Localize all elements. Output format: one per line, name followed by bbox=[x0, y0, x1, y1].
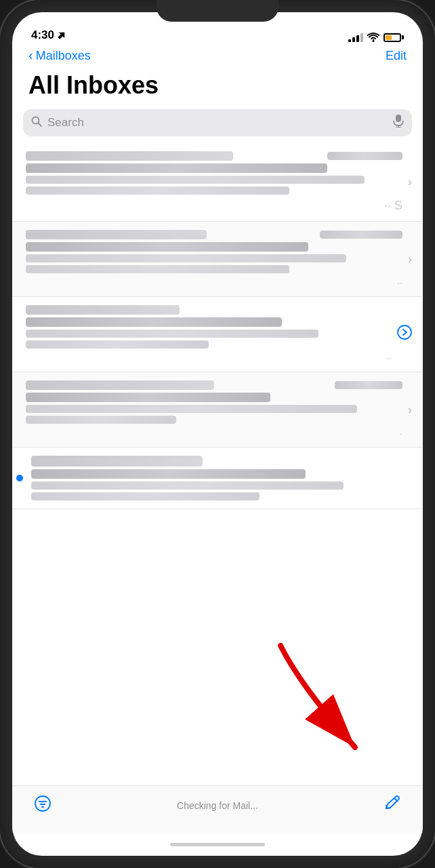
list-item[interactable]: · › bbox=[12, 372, 423, 448]
home-bar bbox=[170, 843, 265, 846]
screen: 4:30 bbox=[12, 12, 423, 856]
wifi-icon bbox=[367, 33, 379, 42]
search-icon bbox=[31, 116, 42, 130]
svg-point-5 bbox=[398, 326, 411, 339]
back-button[interactable]: ‹ Mailboxes bbox=[28, 49, 91, 63]
subject-blur bbox=[26, 163, 327, 173]
subject-blur bbox=[26, 317, 282, 327]
date-blur bbox=[335, 381, 402, 389]
signal-icon bbox=[348, 33, 363, 42]
email-content: ·· bbox=[26, 230, 402, 288]
sender-blur bbox=[26, 305, 180, 315]
body-blur2 bbox=[26, 265, 289, 273]
nav-bar: ‹ Mailboxes Edit bbox=[12, 46, 423, 68]
mic-icon[interactable] bbox=[393, 115, 404, 131]
home-indicator bbox=[12, 833, 423, 856]
bottom-toolbar: Checking for Mail... bbox=[12, 785, 423, 833]
list-item[interactable]: ·· S › bbox=[12, 143, 423, 222]
toolbar-status: Checking for Mail... bbox=[177, 800, 258, 811]
page-title: All Inboxes bbox=[12, 68, 423, 109]
email-content: ·· bbox=[26, 305, 392, 363]
back-chevron-icon: ‹ bbox=[28, 47, 33, 63]
body-blur bbox=[31, 481, 344, 490]
phone-frame: 4:30 bbox=[0, 0, 435, 868]
list-item[interactable] bbox=[12, 448, 423, 509]
search-placeholder: Search bbox=[47, 116, 388, 130]
location-icon bbox=[57, 31, 66, 40]
email-content bbox=[31, 456, 412, 500]
dots-indicator: · bbox=[26, 428, 402, 439]
list-item[interactable]: ·· bbox=[12, 297, 423, 372]
edit-label: Edit bbox=[386, 49, 407, 62]
compose-button[interactable] bbox=[384, 795, 401, 816]
filter-button[interactable] bbox=[34, 795, 51, 816]
back-label: Mailboxes bbox=[36, 49, 91, 63]
email-content: ·· S bbox=[26, 151, 402, 213]
sender-blur bbox=[26, 151, 233, 161]
body-blur bbox=[26, 254, 346, 262]
unread-dot bbox=[16, 475, 23, 481]
svg-line-1 bbox=[39, 123, 42, 127]
subject-blur bbox=[31, 469, 306, 479]
body-blur bbox=[26, 330, 318, 338]
circle-chevron-icon bbox=[397, 325, 412, 344]
svg-rect-2 bbox=[396, 115, 401, 122]
edit-button[interactable]: Edit bbox=[386, 49, 407, 63]
body-blur2 bbox=[26, 186, 289, 195]
body-blur2 bbox=[26, 340, 209, 349]
chevron-right-icon: › bbox=[408, 403, 412, 417]
dots-indicator: ·· bbox=[26, 353, 392, 363]
body-blur2 bbox=[31, 492, 260, 500]
email-content: · bbox=[26, 380, 402, 439]
body-blur2 bbox=[26, 416, 176, 424]
dots-indicator: ·· bbox=[26, 277, 402, 288]
time-display: 4:30 bbox=[31, 28, 54, 42]
date-blur bbox=[320, 231, 402, 239]
battery-icon bbox=[384, 33, 404, 42]
subject-blur bbox=[26, 242, 308, 252]
chevron-right-icon: › bbox=[408, 175, 412, 189]
date-blur bbox=[327, 152, 402, 160]
status-time: 4:30 bbox=[31, 28, 66, 42]
subject-blur bbox=[26, 393, 270, 402]
email-list: ·· S › ·· › bbox=[12, 143, 423, 785]
body-blur bbox=[26, 176, 365, 184]
sender-blur bbox=[31, 456, 203, 467]
search-bar[interactable]: Search bbox=[23, 109, 412, 136]
notch bbox=[157, 0, 278, 22]
chevron-right-icon: › bbox=[408, 252, 412, 267]
sender-blur bbox=[26, 230, 207, 239]
status-icons bbox=[348, 33, 404, 42]
list-item[interactable]: ·· › bbox=[12, 222, 423, 297]
body-blur bbox=[26, 405, 357, 413]
sender-blur bbox=[26, 380, 214, 390]
dots-indicator: ·· S bbox=[26, 199, 402, 213]
